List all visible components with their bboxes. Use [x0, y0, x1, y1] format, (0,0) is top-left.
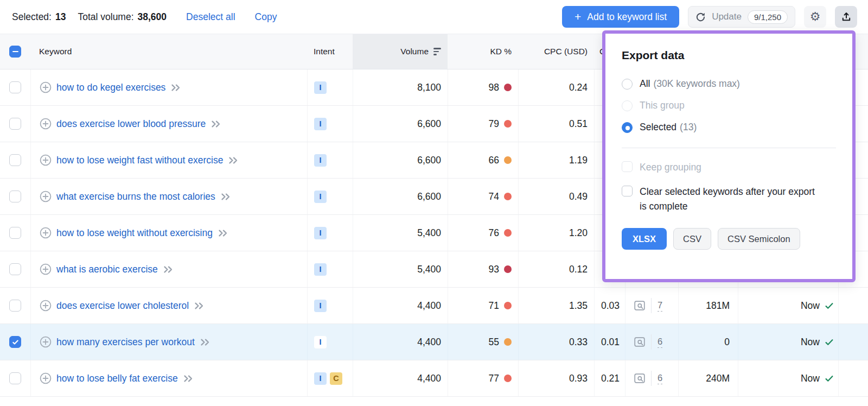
add-to-keyword-list-button[interactable]: + Add to keyword list — [562, 6, 679, 28]
cpc-value: 1.35 — [569, 300, 588, 312]
volume-value: 5,400 — [417, 227, 441, 239]
serp-features-count[interactable]: 6 — [658, 337, 662, 348]
refresh-icon — [695, 12, 706, 22]
keyword-link[interactable]: how many exercises per workout — [56, 337, 195, 348]
kd-value: 98 — [489, 82, 499, 93]
intent-badge: I — [314, 372, 327, 385]
row-checkbox[interactable] — [9, 81, 21, 93]
column-header-cpc[interactable]: CPC (USD) — [518, 34, 594, 69]
expand-chevrons-icon[interactable] — [210, 120, 221, 128]
keyword-link[interactable]: what is aerobic exercise — [56, 264, 158, 275]
export-option-all[interactable]: All(30K keywords max) — [622, 78, 836, 90]
expand-chevrons-icon[interactable] — [228, 156, 239, 164]
clear-selected-option[interactable]: Clear selected keywords after your expor… — [622, 185, 836, 214]
row-checkbox[interactable] — [9, 336, 21, 348]
kd-value: 55 — [489, 337, 499, 348]
kd-value: 77 — [489, 373, 499, 384]
keyword-link[interactable]: how to lose weight without exercising — [56, 227, 213, 239]
add-keyword-icon[interactable] — [40, 336, 52, 348]
row-checkbox[interactable] — [9, 191, 21, 202]
add-keyword-icon[interactable] — [40, 118, 52, 130]
radio-all[interactable] — [622, 79, 633, 90]
updated-value: Now — [801, 373, 820, 384]
add-keyword-icon[interactable] — [40, 372, 52, 384]
volume-value: 6,600 — [417, 191, 441, 202]
cpc-value: 1.19 — [569, 155, 588, 166]
deselect-all-link[interactable]: Deselect all — [186, 11, 235, 23]
row-checkbox[interactable] — [9, 372, 21, 384]
export-xlsx-button[interactable]: XLSX — [622, 228, 667, 250]
keyword-link[interactable]: does exercise lower blood pressure — [56, 118, 206, 130]
intent-badge: C — [330, 372, 342, 385]
serp-features-count[interactable]: 6 — [658, 373, 662, 384]
table-row: does exercise lower cholesterol I 4,400 … — [0, 288, 868, 324]
serp-preview-icon[interactable] — [634, 337, 645, 347]
keyword-link[interactable]: how to lose weight fast without exercise — [56, 155, 223, 166]
keep-grouping-checkbox — [622, 161, 633, 172]
keyword-link[interactable]: what exercise burns the most calories — [56, 191, 215, 202]
export-button[interactable] — [835, 6, 857, 28]
serp-preview-icon[interactable] — [634, 301, 645, 310]
add-keyword-icon[interactable] — [40, 227, 52, 239]
row-checkbox[interactable] — [9, 300, 21, 312]
expand-chevrons-icon[interactable] — [183, 375, 194, 383]
add-keyword-icon[interactable] — [40, 191, 52, 202]
kd-dot — [504, 120, 512, 128]
expand-chevrons-icon[interactable] — [218, 229, 228, 237]
select-all-checkbox[interactable] — [9, 46, 21, 58]
serp-features-count[interactable]: 7 — [658, 300, 662, 312]
column-header-kd[interactable]: KD % — [448, 34, 518, 69]
kd-dot — [504, 156, 512, 164]
expand-chevrons-icon[interactable] — [194, 302, 205, 310]
export-option-selected[interactable]: Selected(13) — [622, 122, 836, 133]
export-csv-semicolon-button[interactable]: CSV Semicolon — [718, 228, 800, 250]
cpc-value: 0.93 — [569, 373, 588, 384]
row-checkbox[interactable] — [9, 154, 21, 166]
cpc-value: 1.20 — [569, 227, 588, 239]
expand-chevrons-icon[interactable] — [200, 338, 210, 346]
keep-grouping-option: Keep grouping — [622, 160, 836, 175]
kd-value: 93 — [489, 264, 499, 275]
expand-chevrons-icon[interactable] — [170, 84, 181, 92]
expand-chevrons-icon[interactable] — [220, 193, 231, 201]
kd-dot — [504, 338, 512, 346]
serp-preview-icon[interactable] — [634, 373, 645, 383]
export-data-popover: Export data All(30K keywords max) This g… — [602, 30, 856, 282]
updated-check-icon — [825, 338, 834, 347]
volume-value: 6,600 — [417, 155, 441, 166]
kd-value: 74 — [489, 191, 499, 202]
kd-dot — [504, 302, 512, 309]
volume-value: 4,400 — [417, 300, 441, 312]
add-keyword-icon[interactable] — [40, 263, 52, 275]
add-keyword-icon[interactable] — [40, 81, 52, 93]
com-value: 0.01 — [601, 337, 620, 348]
cpc-value: 0.51 — [569, 118, 588, 130]
intent-badge: I — [314, 118, 327, 130]
expand-chevrons-icon[interactable] — [163, 265, 174, 274]
row-checkbox[interactable] — [9, 227, 21, 239]
settings-button[interactable]: ⚙ — [804, 6, 826, 28]
update-button[interactable]: Update 9/1,250 — [688, 6, 795, 28]
column-header-keyword: Keyword — [30, 34, 307, 69]
keyword-link[interactable]: how to do kegel exercises — [56, 82, 165, 93]
column-header-volume[interactable]: Volume — [353, 34, 448, 69]
updated-value: Now — [801, 300, 820, 312]
row-checkbox[interactable] — [9, 118, 21, 130]
add-keyword-icon[interactable] — [40, 154, 52, 166]
selected-count: Selected:13 — [12, 11, 66, 23]
add-keyword-icon[interactable] — [40, 300, 52, 312]
popover-divider — [622, 148, 836, 148]
results-value: 181M — [706, 300, 730, 312]
export-icon — [841, 11, 852, 22]
volume-value: 8,100 — [417, 82, 441, 93]
radio-selected[interactable] — [622, 122, 633, 133]
intent-badge: I — [314, 336, 327, 348]
results-value: 0 — [724, 337, 730, 348]
export-csv-button[interactable]: CSV — [673, 228, 711, 250]
clear-selected-checkbox[interactable] — [622, 186, 633, 196]
row-checkbox[interactable] — [9, 263, 21, 275]
copy-link[interactable]: Copy — [255, 11, 277, 23]
keyword-link[interactable]: does exercise lower cholesterol — [56, 300, 189, 312]
radio-this-group — [622, 100, 633, 111]
keyword-link[interactable]: how to lose belly fat exercise — [56, 373, 178, 384]
